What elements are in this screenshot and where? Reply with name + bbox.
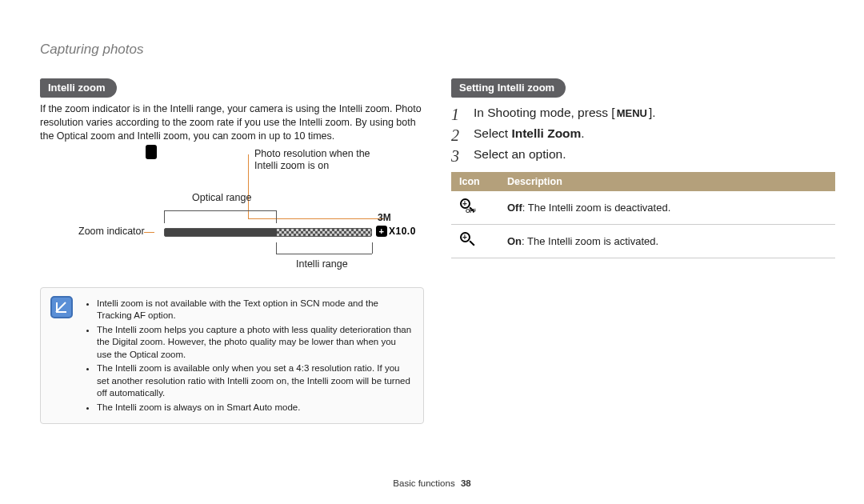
footer-page-number: 38	[461, 478, 471, 488]
th-description: Description	[499, 172, 835, 191]
note-icon	[50, 296, 73, 318]
options-table: Icon Description +OFF Off: The Intelli z…	[451, 172, 835, 258]
label-photo-resolution: Photo resolution when the Intelli zoom i…	[254, 148, 374, 173]
section-pill-intelli-zoom: Intelli zoom	[40, 78, 117, 98]
steps-list: 1 In Shooting mode, press [MENU]. 2 Sele…	[451, 106, 835, 166]
note-item: The Intelli zoom is always on in Smart A…	[97, 402, 412, 414]
label-zoom-indicator: Zoom indicator	[78, 226, 145, 237]
th-icon: Icon	[451, 172, 499, 191]
step-2-pre: Select	[474, 126, 511, 140]
step-text: In Shooting mode, press [MENU].	[474, 106, 656, 120]
zoom-bar	[164, 228, 372, 237]
step-2-post: .	[581, 126, 584, 140]
opt-rest: : The Intelli zoom is activated.	[522, 235, 658, 247]
bracket-intelli-left	[276, 242, 277, 254]
plus-icon: +	[376, 226, 387, 237]
note-item: Intelli zoom is not available with the T…	[97, 298, 412, 322]
resolution-badge: 3M	[378, 212, 391, 223]
zoom-diagram: Photo resolution when the Intelli zoom i…	[40, 148, 424, 284]
bracket-optical-top	[164, 210, 276, 211]
zoom-bar-optical	[165, 229, 277, 236]
step-2-bold: Intelli Zoom	[511, 126, 581, 140]
intelli-zoom-off-icon: +OFF	[459, 198, 477, 215]
step-1-pre: In Shooting mode, press [	[474, 106, 615, 119]
page-title: Capturing photos	[40, 42, 143, 58]
opt-rest: : The Intelli zoom is deactivated.	[522, 202, 670, 214]
step-1-post: ].	[649, 106, 656, 119]
note-box: Intelli zoom is not available with the T…	[40, 287, 424, 425]
opt-bold: On	[507, 235, 522, 247]
menu-button-label: MENU	[615, 107, 649, 119]
page-footer: Basic functions 38	[0, 478, 864, 488]
step-number: 1	[451, 106, 466, 124]
footer-section: Basic functions	[393, 478, 454, 488]
table-header-row: Icon Description	[451, 172, 835, 191]
zoom-bar-intelli	[277, 229, 371, 236]
right-column: Setting Intelli zoom 1 In Shooting mode,…	[451, 78, 835, 258]
leader-photo-resolution	[248, 154, 249, 218]
leader-photo-resolution-h	[248, 218, 384, 219]
opt-bold: Off	[507, 202, 522, 214]
step-2: 2 Select Intelli Zoom.	[451, 126, 835, 145]
step-text: Select an option.	[474, 147, 566, 162]
step-3: 3 Select an option.	[451, 147, 835, 166]
cell-desc: Off: The Intelli zoom is deactivated.	[499, 191, 835, 225]
zoom-level-text: X10.0	[389, 226, 416, 237]
table-row: + On: The Intelli zoom is activated.	[451, 225, 835, 258]
bracket-intelli-right	[372, 242, 373, 254]
bracket-optical-right	[276, 210, 277, 223]
intro-text: If the zoom indicator is in the Intelli …	[40, 102, 424, 143]
note-item: The Intelli zoom helps you capture a pho…	[97, 324, 412, 362]
note-item: The Intelli zoom is available only when …	[97, 362, 412, 400]
label-intelli-range: Intelli range	[296, 258, 348, 270]
cell-desc: On: The Intelli zoom is activated.	[499, 225, 835, 258]
intelli-zoom-on-icon: +	[459, 231, 477, 249]
zoom-level-badge: +X10.0	[376, 226, 416, 238]
bracket-intelli-bottom	[276, 254, 372, 254]
step-1: 1 In Shooting mode, press [MENU].	[451, 106, 835, 124]
zoom-bar-knob	[146, 145, 157, 159]
table-row: +OFF Off: The Intelli zoom is deactivate…	[451, 191, 835, 225]
note-list: Intelli zoom is not available with the T…	[86, 298, 412, 414]
label-optical-range: Optical range	[192, 192, 251, 203]
cell-icon: +OFF	[451, 191, 499, 225]
left-column: Intelli zoom If the zoom indicator is in…	[40, 78, 424, 424]
step-text: Select Intelli Zoom.	[474, 126, 585, 141]
step-number: 3	[451, 147, 466, 166]
leader-zoom-indicator	[144, 232, 154, 233]
cell-icon: +	[451, 225, 499, 258]
step-number: 2	[451, 126, 466, 145]
bracket-optical-left	[164, 210, 165, 223]
section-pill-setting: Setting Intelli zoom	[451, 78, 566, 98]
